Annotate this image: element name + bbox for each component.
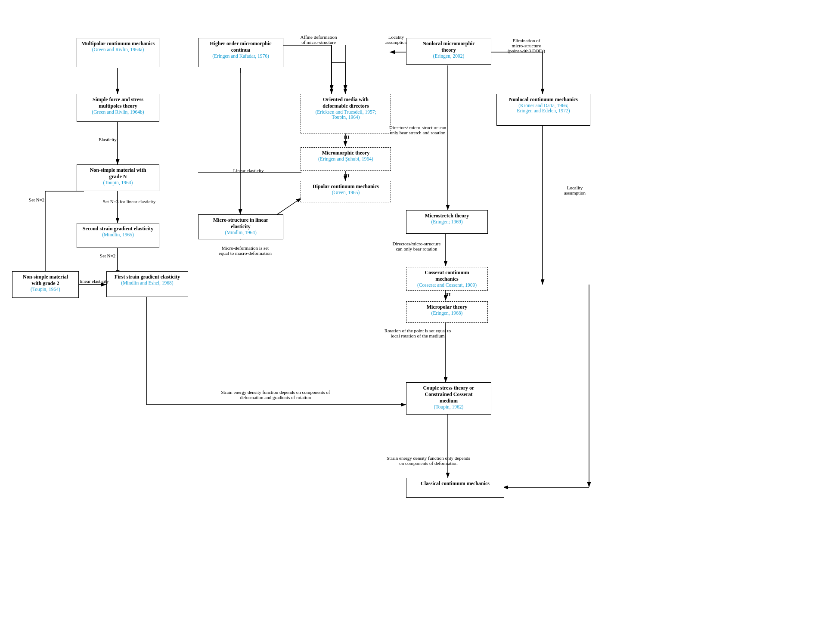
- box-non-simple-n: Non-simple material withgrade N (Toupin,…: [77, 164, 159, 191]
- label-micro-deform: Micro-deformation is setequal to macro-d…: [199, 245, 292, 256]
- non-simple-2-title: Non-simple materialwith grade 2: [16, 274, 75, 287]
- micro-linear-ref: (Mindlin, 1964): [202, 230, 279, 235]
- box-nonlocal-micro: Nonlocal micromorphictheory (Eringen, 20…: [406, 38, 491, 65]
- box-simple-force: Simple force and stressmultipoles theory…: [77, 94, 159, 122]
- multipolar-title: Multipolar continuum mechanics: [81, 40, 155, 47]
- multipolar-ref: (Green and Rivlin, 1964a): [81, 47, 155, 52]
- label-locality-right: Localityassumption: [551, 185, 599, 195]
- box-classical: Classical continuum mechanics: [406, 478, 504, 498]
- micro-linear-title: Micro-structure in linearelasticity: [202, 217, 279, 230]
- dipolar-ref: (Green, 1965): [304, 190, 387, 195]
- first-strain-ref: (Mindlin and Eshel, 1968): [110, 280, 184, 285]
- box-micropolar: Micropolar theory (Eringen, 1968): [406, 301, 488, 323]
- micromorphic-title: Micromorphic theory: [304, 150, 387, 156]
- label-locality-top: Localityassumption: [375, 34, 418, 45]
- box-first-strain: First strain gradient elasticity (Mindli…: [106, 271, 188, 297]
- label-iii-2: III: [342, 173, 351, 178]
- box-cosserat: Cosserat continuummechanics (Cosserat an…: [406, 267, 488, 291]
- label-elasticity: Elasticity: [90, 137, 125, 142]
- label-set-n3: Set N=3 for linear elasticity: [90, 199, 168, 204]
- simple-force-ref: (Green and Rivlin, 1964b): [81, 109, 155, 115]
- couple-stress-title: Couple stress theory orConstrained Cosse…: [410, 385, 487, 404]
- dipolar-title: Dipolar continuum mechanics: [304, 183, 387, 190]
- microstretch-title: Microstretch theory: [410, 213, 484, 219]
- second-strain-ref: (Mindlin, 1965): [81, 232, 155, 237]
- box-dipolar: Dipolar continuum mechanics (Green, 1965…: [301, 181, 391, 202]
- simple-force-title: Simple force and stressmultipoles theory: [81, 96, 155, 109]
- box-micro-linear: Micro-structure in linearelasticity (Min…: [198, 214, 283, 239]
- label-affine-deformation: Affine deformationof micro-structure: [284, 34, 353, 45]
- label-elimination: Elimination ofmicro-structure(point with…: [493, 38, 560, 53]
- micromorphic-ref: (Eringen and Şuhubi, 1964): [304, 156, 387, 161]
- cosserat-ref: (Cosserat and Cosserat, 1909): [410, 282, 484, 288]
- label-strain-energy-2: Strain energy density function only depe…: [372, 455, 484, 466]
- classical-title: Classical continuum mechanics: [410, 480, 500, 487]
- microstretch-ref: (Eringen; 1969): [410, 219, 484, 224]
- box-nonlocal-continuum: Nonlocal continuum mechanics (Kröner and…: [496, 94, 590, 126]
- non-simple-n-title: Non-simple material withgrade N: [81, 167, 155, 180]
- non-simple-2-ref: (Toupin, 1964): [16, 287, 75, 292]
- box-second-strain: Second strain gradient elasticity (Mindl…: [77, 223, 159, 248]
- label-directors-stretch: Directors/ micro-structure canonly bear …: [375, 125, 461, 135]
- oriented-media-title: Oriented media withdeformable directors: [304, 96, 387, 109]
- box-higher-order: Higher order micromorphiccontinua (Ering…: [198, 38, 283, 67]
- micropolar-title: Micropolar theory: [410, 304, 484, 310]
- higher-order-ref: (Eringen and Kafadar, 1976): [202, 53, 279, 59]
- first-strain-title: First strain gradient elasticity: [110, 274, 184, 280]
- box-multipolar: Multipolar continuum mechanics (Green an…: [77, 38, 159, 67]
- label-iii-1: III: [342, 134, 351, 139]
- label-linear-elasticity-long: Linear elasticity: [199, 168, 298, 173]
- non-simple-n-ref: (Toupin, 1964): [81, 180, 155, 185]
- second-strain-title: Second strain gradient elasticity: [81, 226, 155, 232]
- box-couple-stress: Couple stress theory orConstrained Cosse…: [406, 382, 491, 415]
- label-strain-energy-1: Strain energy density function depends o…: [146, 390, 405, 400]
- label-iii-3: III: [443, 292, 452, 297]
- nonlocal-continuum-ref: (Kröner and Datta, 1966;Eringen and Edel…: [500, 103, 586, 113]
- cosserat-title: Cosserat continuummechanics: [410, 269, 484, 282]
- couple-stress-ref: (Toupin, 1962): [410, 404, 487, 409]
- oriented-media-ref: (Ericksen and Truesdell, 1957;Toupin, 19…: [304, 109, 387, 120]
- label-directors-rotation: Directors/micro-structurecan only bear r…: [375, 241, 459, 251]
- nonlocal-continuum-title: Nonlocal continuum mechanics: [500, 96, 586, 103]
- micropolar-ref: (Eringen, 1968): [410, 310, 484, 316]
- nonlocal-micro-ref: (Eringen, 2002): [410, 53, 487, 59]
- nonlocal-micro-title: Nonlocal micromorphictheory: [410, 40, 487, 53]
- label-set-n2-top: Set N=2: [90, 253, 125, 258]
- diagram-container: Multipolar continuum mechanics (Green an…: [0, 0, 828, 644]
- label-set-n2-left: Set N=2: [19, 197, 54, 202]
- higher-order-title: Higher order micromorphiccontinua: [202, 40, 279, 53]
- label-rotation-local: Rotation of the point is set equal toloc…: [368, 328, 467, 338]
- box-microstretch: Microstretch theory (Eringen; 1969): [406, 210, 488, 234]
- label-linear-elasticity-horiz: linear elasticity: [79, 279, 110, 284]
- box-non-simple-2: Non-simple materialwith grade 2 (Toupin,…: [12, 271, 79, 298]
- box-micromorphic: Micromorphic theory (Eringen and Şuhubi,…: [301, 147, 391, 171]
